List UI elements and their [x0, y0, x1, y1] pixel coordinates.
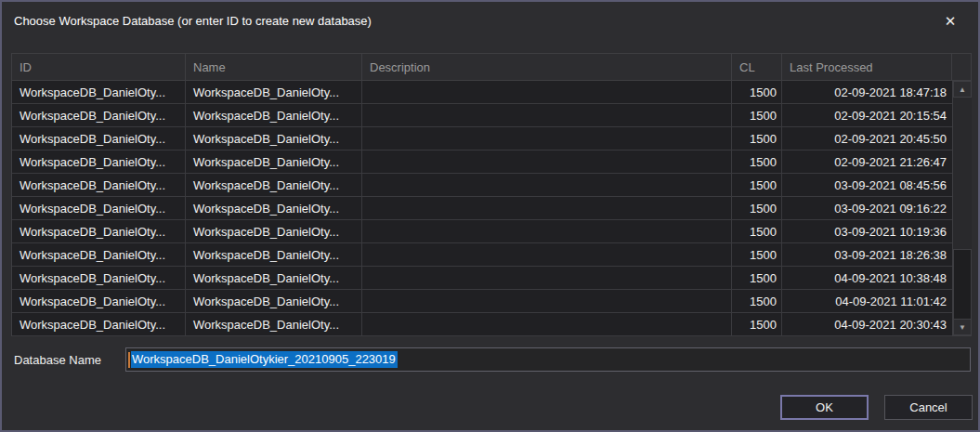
- table-row[interactable]: WorkspaceDB_DanielOty... WorkspaceDB_Dan…: [12, 243, 952, 267]
- cell-cl: 1500: [732, 220, 782, 242]
- cell-cl: 1500: [732, 151, 782, 173]
- cell-name: WorkspaceDB_DanielOty...: [186, 151, 362, 173]
- text-caret: [128, 352, 130, 368]
- table-row[interactable]: WorkspaceDB_DanielOty... WorkspaceDB_Dan…: [12, 197, 952, 220]
- cell-description: [362, 81, 732, 103]
- cell-cl: 1500: [732, 127, 782, 150]
- cell-cl: 1500: [732, 81, 782, 103]
- table-row[interactable]: WorkspaceDB_DanielOty... WorkspaceDB_Dan…: [12, 313, 952, 336]
- cell-name: WorkspaceDB_DanielOty...: [186, 104, 362, 126]
- vertical-scrollbar[interactable]: ▲ ▼: [952, 81, 972, 335]
- table-row[interactable]: WorkspaceDB_DanielOty... WorkspaceDB_Dan…: [12, 174, 952, 197]
- cell-name: WorkspaceDB_DanielOty...: [186, 197, 362, 219]
- cell-id: WorkspaceDB_DanielOty...: [12, 197, 186, 219]
- cell-cl: 1500: [732, 174, 782, 196]
- cell-description: [362, 290, 732, 312]
- cell-name: WorkspaceDB_DanielOty...: [186, 243, 362, 266]
- dialog-title: Choose Workspace Database (or enter ID t…: [14, 14, 372, 28]
- cell-description: [362, 243, 732, 266]
- column-header-id[interactable]: ID: [12, 54, 186, 80]
- column-header-last-processed[interactable]: Last Processed: [782, 54, 952, 80]
- cell-last-processed: 04-09-2021 20:30:43: [782, 313, 952, 335]
- column-header-name[interactable]: Name: [186, 54, 362, 80]
- ok-button[interactable]: OK: [780, 395, 869, 420]
- cell-description: [362, 127, 732, 150]
- cell-last-processed: 04-09-2021 11:01:42: [782, 290, 952, 312]
- cell-last-processed: 03-09-2021 10:19:36: [782, 220, 952, 242]
- close-icon[interactable]: ✕: [939, 10, 961, 33]
- table-row[interactable]: WorkspaceDB_DanielOty... WorkspaceDB_Dan…: [12, 220, 952, 243]
- cell-last-processed: 03-09-2021 18:26:38: [782, 243, 952, 266]
- cell-id: WorkspaceDB_DanielOty...: [12, 220, 186, 242]
- cell-description: [362, 197, 732, 219]
- cell-last-processed: 03-09-2021 09:16:22: [782, 197, 952, 219]
- table-row[interactable]: WorkspaceDB_DanielOty... WorkspaceDB_Dan…: [12, 104, 952, 127]
- cell-last-processed: 02-09-2021 20:45:50: [782, 127, 952, 150]
- table-row[interactable]: WorkspaceDB_DanielOty... WorkspaceDB_Dan…: [12, 81, 952, 104]
- cell-id: WorkspaceDB_DanielOty...: [12, 127, 186, 150]
- table-body: WorkspaceDB_DanielOty... WorkspaceDB_Dan…: [12, 81, 971, 335]
- cell-description: [362, 104, 732, 126]
- cell-id: WorkspaceDB_DanielOty...: [12, 290, 186, 312]
- cell-id: WorkspaceDB_DanielOty...: [12, 313, 186, 335]
- cell-name: WorkspaceDB_DanielOty...: [186, 313, 362, 335]
- cell-name: WorkspaceDB_DanielOty...: [186, 174, 362, 196]
- cell-description: [362, 174, 732, 196]
- cell-name: WorkspaceDB_DanielOty...: [186, 220, 362, 242]
- choose-workspace-database-dialog: Choose Workspace Database (or enter ID t…: [0, 0, 980, 432]
- cell-id: WorkspaceDB_DanielOty...: [12, 151, 186, 173]
- cell-cl: 1500: [732, 197, 782, 219]
- table-body-rows: WorkspaceDB_DanielOty... WorkspaceDB_Dan…: [12, 81, 952, 335]
- cell-description: [362, 220, 732, 242]
- cell-cl: 1500: [732, 267, 782, 289]
- cell-id: WorkspaceDB_DanielOty...: [12, 267, 186, 289]
- cell-cl: 1500: [732, 290, 782, 312]
- table-row[interactable]: WorkspaceDB_DanielOty... WorkspaceDB_Dan…: [12, 151, 952, 174]
- cell-name: WorkspaceDB_DanielOty...: [186, 127, 362, 150]
- cell-last-processed: 02-09-2021 18:47:18: [782, 81, 952, 103]
- database-name-input[interactable]: WorkspaceDB_DanielOtykier_20210905_22301…: [125, 347, 971, 372]
- scroll-down-icon[interactable]: ▼: [953, 319, 972, 335]
- cell-id: WorkspaceDB_DanielOty...: [12, 243, 186, 266]
- cell-cl: 1500: [732, 243, 782, 266]
- workspace-database-table: ID Name Description CL Last Processed Wo…: [11, 53, 972, 336]
- column-header-description[interactable]: Description: [362, 54, 732, 80]
- cell-description: [362, 267, 732, 289]
- cell-name: WorkspaceDB_DanielOty...: [186, 81, 362, 103]
- cell-cl: 1500: [732, 313, 782, 335]
- cell-description: [362, 313, 732, 335]
- column-header-cl[interactable]: CL: [732, 54, 782, 80]
- cell-description: [362, 151, 732, 173]
- cancel-button[interactable]: Cancel: [884, 395, 973, 420]
- table-row[interactable]: WorkspaceDB_DanielOty... WorkspaceDB_Dan…: [12, 267, 952, 290]
- scrollbar-thumb[interactable]: [953, 249, 972, 320]
- cell-id: WorkspaceDB_DanielOty...: [12, 104, 186, 126]
- database-name-label: Database Name: [14, 353, 101, 367]
- table-row[interactable]: WorkspaceDB_DanielOty... WorkspaceDB_Dan…: [12, 290, 952, 313]
- cell-last-processed: 02-09-2021 20:15:54: [782, 104, 952, 126]
- table-row[interactable]: WorkspaceDB_DanielOty... WorkspaceDB_Dan…: [12, 127, 952, 151]
- table-header-row: ID Name Description CL Last Processed: [12, 54, 971, 81]
- cell-name: WorkspaceDB_DanielOty...: [186, 267, 362, 289]
- cell-last-processed: 03-09-2021 08:45:56: [782, 174, 952, 196]
- cell-last-processed: 04-09-2021 10:38:48: [782, 267, 952, 289]
- cell-id: WorkspaceDB_DanielOty...: [12, 81, 186, 103]
- scroll-up-icon[interactable]: ▲: [953, 81, 972, 98]
- cell-cl: 1500: [732, 104, 782, 126]
- column-header-spacer: [952, 54, 971, 80]
- cell-id: WorkspaceDB_DanielOty...: [12, 174, 186, 196]
- cell-last-processed: 02-09-2021 21:26:47: [782, 151, 952, 173]
- database-name-value: WorkspaceDB_DanielOtykier_20210905_22301…: [131, 351, 398, 368]
- cell-name: WorkspaceDB_DanielOty...: [186, 290, 362, 312]
